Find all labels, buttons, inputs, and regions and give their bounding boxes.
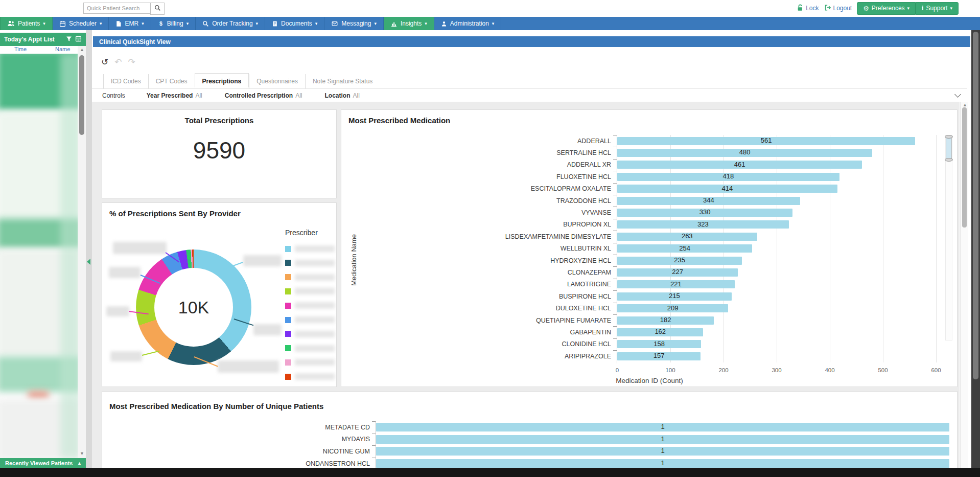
bar-row-trazodone-hcl[interactable]: TRAZODONE HCL344	[341, 195, 944, 207]
bar-row-metadate-cd[interactable]: METADATE CD1	[102, 421, 958, 434]
category-tick	[613, 159, 617, 160]
bar-value-label: 461	[617, 161, 862, 168]
nav-item-insights[interactable]: Insights▾	[384, 17, 434, 30]
bar-row-fluoxetine-hcl[interactable]: FLUOXETINE HCL418	[341, 171, 944, 183]
bar-chart-card-unique-patients: Most Prescribed Medication By Number of …	[102, 391, 958, 468]
bar-row-vyvanse[interactable]: VYVANSE330	[341, 207, 944, 218]
bar-row-gabapentin[interactable]: GABAPENTIN162	[341, 326, 944, 338]
legend-item-1[interactable]	[285, 260, 335, 266]
filter-year-prescribed[interactable]: Year PrescribedAll	[147, 92, 202, 99]
tab-cpt-codes[interactable]: CPT Codes	[148, 74, 195, 88]
search-input[interactable]	[83, 3, 150, 14]
page-scrollbar[interactable]	[971, 30, 980, 477]
legend-item-4[interactable]	[285, 302, 335, 309]
bar-row-sertraline-hcl[interactable]: SERTRALINE HCL480	[341, 147, 944, 158]
bar-row-hydroxyzine-hcl[interactable]: HYDROXYZINE HCL235	[341, 255, 944, 266]
category-label: ADDERALL	[341, 135, 611, 147]
bar-row-quetiapine-fumarate[interactable]: QUETIAPINE FUMARATE182	[341, 314, 944, 326]
sidebar-collapse-handle[interactable]	[87, 259, 90, 265]
bar-row-duloxetine-hcl[interactable]: DULOXETINE HCL209	[341, 303, 944, 314]
bar-row-clonidine-hcl[interactable]: CLONIDINE HCL158	[341, 338, 944, 350]
gear-icon: ⚙	[863, 5, 869, 12]
sidebar-scrollbar[interactable]: ▲ ▼	[78, 46, 86, 458]
bar-row-escitalopram-oxalate[interactable]: ESCITALOPRAM OXALATE414	[341, 183, 944, 195]
redacted-slice-label	[106, 306, 129, 316]
bar-value-label: 235	[617, 256, 742, 264]
preferences-button[interactable]: ⚙ Preferences ▾	[857, 2, 916, 15]
nav-item-messaging[interactable]: Messaging▾	[324, 17, 384, 30]
dashboard-scrollbar[interactable]: ▲	[960, 102, 968, 468]
logout-button[interactable]: Logout	[824, 4, 852, 13]
legend-item-9[interactable]	[285, 373, 335, 380]
tab-icd-codes[interactable]: ICD Codes	[103, 74, 148, 88]
nav-item-patients[interactable]: Patients▾	[0, 17, 53, 30]
filter-icon[interactable]	[66, 36, 72, 43]
filter-location[interactable]: LocationAll	[324, 92, 359, 99]
chart-zoom-scrollbar[interactable]	[945, 135, 952, 340]
bar-row-ondansetron-hcl[interactable]: ONDANSETRON HCL1	[102, 458, 958, 468]
chart-zoom-thumb[interactable]	[946, 137, 952, 160]
chevron-down-icon: ▾	[492, 21, 495, 26]
undo-icon[interactable]: ↶	[114, 57, 122, 67]
nav-item-billing[interactable]: $Billing▾	[151, 17, 196, 30]
nav-item-scheduler[interactable]: Scheduler▾	[53, 17, 109, 30]
zoom-handle-bottom[interactable]	[945, 158, 953, 162]
chevron-down-icon: ▾	[100, 21, 102, 26]
bar-row-bupropion-xl[interactable]: BUPROPION XL323	[341, 219, 944, 231]
recently-viewed-label: Recently Viewed Patients	[5, 460, 73, 466]
top-bar: Lock Logout ⚙ Preferences ▾ i Support ▾	[0, 0, 980, 17]
recently-viewed-patients-bar[interactable]: Recently Viewed Patients ▲	[0, 458, 87, 468]
bottom-chart-plot: METADATE CD1MYDAYIS1NICOTINE GUM1ONDANSE…	[102, 421, 958, 468]
bar-row-aripiprazole[interactable]: ARIPIPRAZOLE157	[341, 350, 944, 362]
page-scroll-thumb[interactable]	[973, 32, 978, 379]
lock-button[interactable]: Lock	[797, 4, 819, 13]
scroll-up-icon[interactable]: ▲	[963, 103, 967, 107]
reset-icon[interactable]: ↺	[101, 57, 108, 67]
tab-note-signature-status[interactable]: Note Signature Status	[305, 74, 380, 88]
main-nav: Patients▾Scheduler▾EMR▾$Billing▾Order Tr…	[0, 17, 980, 30]
bar-row-nicotine-gum[interactable]: NICOTINE GUM1	[102, 445, 958, 458]
controls-collapse-icon[interactable]	[954, 91, 961, 98]
calendar-icon[interactable]	[75, 35, 82, 43]
scroll-down-icon[interactable]: ▼	[80, 451, 84, 456]
category-tick	[613, 303, 617, 303]
bar-chart-card-most-prescribed: Most Prescribed Medication Medication Na…	[341, 109, 958, 387]
tab-questionnaires[interactable]: Questionnaires	[249, 74, 305, 88]
redo-icon[interactable]: ↷	[128, 57, 135, 67]
zoom-handle-top[interactable]	[945, 135, 953, 139]
legend-item-8[interactable]	[285, 359, 335, 366]
tab-prescriptions[interactable]: Prescriptions	[195, 73, 249, 87]
search-icon	[202, 20, 209, 27]
bar-row-adderall-xr[interactable]: ADDERALL XR461	[341, 159, 944, 171]
chevron-down-icon: ▾	[374, 21, 377, 26]
bar-row-mydayis[interactable]: MYDAYIS1	[102, 434, 958, 446]
bar-row-adderall[interactable]: ADDERALL561	[341, 135, 944, 147]
bar-row-lisdexamfetamine-dimesylate[interactable]: LISDEXAMFETAMINE DIMESYLATE263	[341, 231, 944, 242]
legend-item-7[interactable]	[285, 345, 335, 352]
nav-item-emr[interactable]: EMR▾	[109, 17, 151, 30]
nav-item-documents[interactable]: Documents▾	[265, 17, 324, 30]
filter-name: Location	[324, 92, 350, 99]
bar-row-clonazepam[interactable]: CLONAZEPAM227	[341, 266, 944, 278]
legend-item-2[interactable]	[285, 274, 335, 281]
bar-value-label: 330	[617, 208, 792, 216]
legend-item-6[interactable]	[285, 331, 335, 337]
nav-item-order-tracking[interactable]: Order Tracking▾	[196, 17, 265, 30]
scroll-up-icon[interactable]: ▲	[80, 48, 84, 52]
search-button[interactable]	[150, 3, 165, 15]
legend-item-0[interactable]	[285, 245, 335, 252]
category-tick	[613, 147, 617, 147]
sidebar-scroll-thumb[interactable]	[79, 55, 84, 135]
bar-row-buspirone-hcl[interactable]: BUSPIRONE HCL215	[341, 290, 944, 302]
dashboard-scroll-thumb[interactable]	[962, 107, 967, 228]
category-tick	[613, 338, 617, 339]
legend-item-5[interactable]	[285, 316, 335, 323]
panel-title: Clinical QuickSight View	[99, 38, 171, 46]
bar-row-lamotrigine[interactable]: LAMOTRIGINE221	[341, 279, 944, 290]
support-button[interactable]: i Support ▾	[916, 2, 959, 15]
filter-controlled-prescription[interactable]: Controlled PrescriptionAll	[225, 92, 302, 99]
legend-item-3[interactable]	[285, 288, 335, 294]
nav-item-label: Insights	[401, 20, 422, 27]
nav-item-administration[interactable]: Administration▾	[434, 17, 502, 30]
bar-row-wellbutrin-xl[interactable]: WELLBUTRIN XL254	[341, 243, 944, 255]
